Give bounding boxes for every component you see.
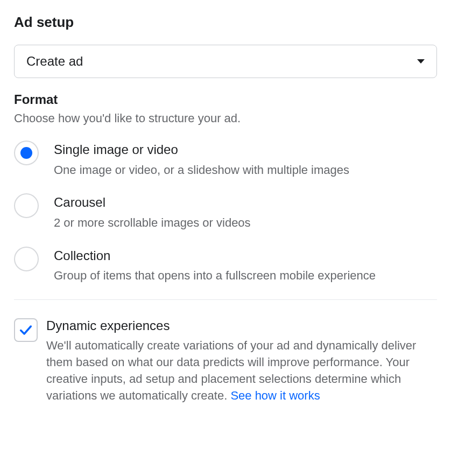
dynamic-title: Dynamic experiences	[46, 318, 437, 333]
option-title: Single image or video	[54, 141, 349, 159]
radio-carousel[interactable]	[14, 193, 39, 218]
option-title: Carousel	[54, 193, 251, 212]
option-desc: 2 or more scrollable images or videos	[54, 215, 251, 232]
caret-down-icon	[417, 59, 425, 64]
create-ad-dropdown[interactable]: Create ad	[14, 45, 437, 78]
check-icon	[18, 323, 33, 338]
dynamic-experiences-checkbox[interactable]	[14, 318, 38, 342]
section-title: Ad setup	[14, 14, 437, 31]
dynamic-desc: We'll automatically create variations of…	[46, 338, 437, 404]
format-option-single[interactable]: Single image or video One image or video…	[14, 141, 437, 178]
radio-collection[interactable]	[14, 247, 39, 271]
format-option-carousel[interactable]: Carousel 2 or more scrollable images or …	[14, 193, 437, 231]
format-title: Format	[14, 92, 437, 107]
see-how-link[interactable]: See how it works	[230, 389, 320, 402]
option-desc: Group of items that opens into a fullscr…	[54, 268, 376, 284]
format-description: Choose how you'd like to structure your …	[14, 111, 437, 125]
format-option-collection[interactable]: Collection Group of items that opens int…	[14, 247, 437, 284]
dropdown-label: Create ad	[26, 54, 83, 69]
radio-single[interactable]	[14, 141, 39, 165]
dynamic-experiences-row: Dynamic experiences We'll automatically …	[14, 318, 437, 404]
option-title: Collection	[54, 247, 376, 265]
option-desc: One image or video, or a slideshow with …	[54, 162, 349, 179]
divider	[14, 299, 437, 300]
